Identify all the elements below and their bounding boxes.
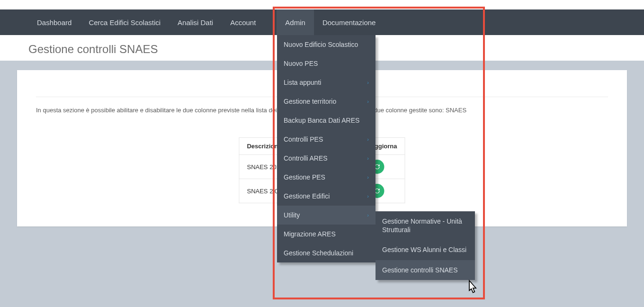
dd-gestione-pes[interactable]: Gestione PES› [277, 168, 376, 187]
dd-label: Gestione Edifici [284, 192, 330, 200]
dd-nuovo-edificio[interactable]: Nuovo Edificio Scolastico [277, 35, 376, 54]
dd-gestione-territorio[interactable]: Gestione territorio› [277, 92, 376, 111]
dd-label: Backup Banca Dati ARES [284, 117, 359, 124]
dd-gestione-schedulazioni[interactable]: Gestione Schedulazioni [277, 244, 376, 262]
chevron-right-icon: › [367, 80, 369, 85]
chevron-right-icon: › [367, 99, 369, 104]
dd-label: Controlli PES [284, 135, 323, 143]
dd-label: Controlli ARES [284, 154, 328, 162]
utility-submenu: Gestione Normative - Unità Strutturali G… [376, 211, 475, 280]
admin-dropdown: Nuovo Edificio Scolastico Nuovo PES List… [277, 35, 376, 262]
nav-account[interactable]: Account [222, 9, 264, 35]
dd-controlli-pes[interactable]: Controlli PES› [277, 130, 376, 149]
dd-backup-banca-dati[interactable]: Backup Banca Dati ARES [277, 111, 376, 130]
dd-label: Gestione territorio [284, 98, 336, 105]
dd-label: Nuovo Edificio Scolastico [284, 41, 358, 48]
sub-gestione-normative[interactable]: Gestione Normative - Unità Strutturali [376, 211, 475, 240]
chevron-right-icon: › [367, 155, 369, 161]
nav-cerca-edifici[interactable]: Cerca Edifici Scolastici [80, 9, 169, 35]
sub-gestione-ws-alunni[interactable]: Gestione WS Alunni e Classi [376, 240, 475, 260]
nav-documentazione[interactable]: Documentazione [314, 9, 385, 35]
page-title: Gestione controlli SNAES [28, 43, 158, 56]
nav-admin[interactable]: Admin [277, 9, 314, 35]
dd-lista-appunti[interactable]: Lista appunti› [277, 73, 376, 92]
chevron-right-icon: › [367, 136, 369, 142]
chevron-right-icon: › [367, 212, 369, 218]
nav-dashboard[interactable]: Dashboard [28, 9, 80, 35]
sub-gestione-controlli-snaes[interactable]: Gestione controlli SNAES [376, 260, 475, 280]
dd-nuovo-pes[interactable]: Nuovo PES [277, 54, 376, 73]
dd-label: Utility [284, 211, 300, 219]
dd-controlli-ares[interactable]: Controlli ARES› [277, 149, 376, 168]
dd-label: Gestione Schedulazioni [284, 249, 353, 257]
top-navbar: Dashboard Cerca Edifici Scolastici Anali… [0, 9, 644, 35]
dd-label: Nuovo PES [284, 60, 318, 67]
dd-utility[interactable]: Utility› [277, 206, 376, 225]
dd-label: Lista appunti [284, 79, 321, 86]
dd-gestione-edifici[interactable]: Gestione Edifici› [277, 187, 376, 206]
dd-label: Gestione PES [284, 173, 325, 181]
nav-analisi-dati[interactable]: Analisi Dati [169, 9, 222, 35]
chevron-right-icon: › [367, 193, 369, 199]
dd-label: Migrazione ARES [284, 230, 336, 238]
dd-migrazione-ares[interactable]: Migrazione ARES [277, 225, 376, 244]
chevron-right-icon: › [367, 174, 369, 180]
